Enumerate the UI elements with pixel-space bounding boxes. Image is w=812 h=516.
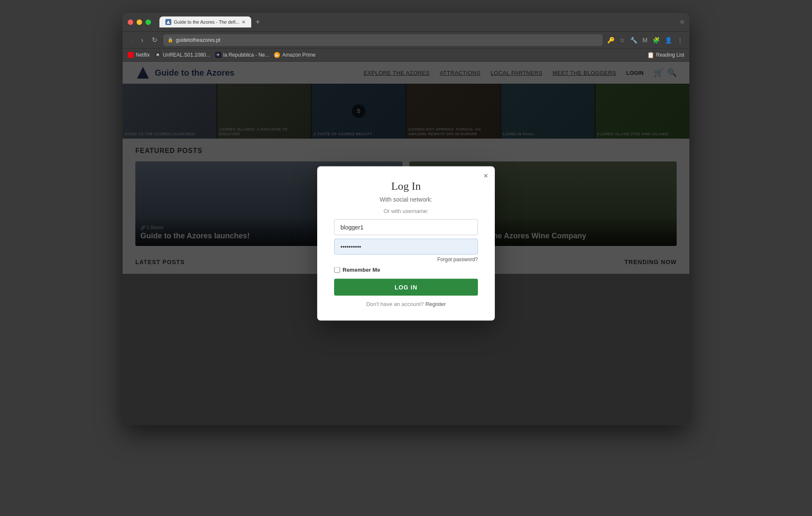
unreal-label: UnREAL.S01.1080... — [163, 52, 210, 58]
window-control-icon — [680, 20, 684, 24]
window-buttons — [128, 19, 151, 25]
remember-me-label: Remember Me — [343, 267, 380, 273]
forward-button[interactable]: › — [138, 35, 145, 46]
address-bar[interactable]: 🔒 guidetotheazores.pt — [163, 34, 603, 46]
tab-title: Guide to the Azores - The defi... — [174, 19, 239, 25]
tab-favicon — [165, 19, 171, 25]
lock-icon: 🔒 — [167, 37, 173, 43]
republic-label: la Repubblica - Ne... — [223, 52, 269, 58]
password-input[interactable] — [334, 239, 478, 255]
key-icon[interactable]: 🔑 — [606, 35, 616, 45]
modal-close-button[interactable]: × — [483, 172, 488, 180]
modal-social-label: With social network: — [334, 196, 478, 203]
bookmark-icon[interactable]: ☆ — [618, 35, 626, 45]
republic-favicon: R — [215, 52, 221, 58]
modal-title: Log In — [334, 180, 478, 193]
gmail-icon[interactable]: M — [641, 35, 649, 45]
profile-icon[interactable]: 👤 — [664, 35, 673, 45]
bookmark-republic[interactable]: R la Repubblica - Ne... — [215, 52, 269, 58]
forgot-password-link[interactable]: Forgot password? — [334, 257, 478, 262]
browser-window: Guide to the Azores - The defi... × + ‹ … — [123, 13, 689, 425]
amazon-label: Amazon Prime — [282, 52, 315, 58]
maximize-button[interactable] — [145, 19, 151, 25]
register-link[interactable]: Register — [425, 301, 446, 307]
reading-list-button[interactable]: 📋 Reading List — [647, 52, 684, 58]
puzzle-icon[interactable]: 🧩 — [651, 35, 661, 45]
remember-me-checkbox[interactable] — [334, 267, 340, 273]
svg-marker-0 — [167, 20, 170, 24]
amazon-favicon: ▶ — [274, 52, 280, 58]
back-button[interactable]: ‹ — [128, 35, 135, 46]
address-text: guidetotheazores.pt — [176, 37, 599, 43]
extensions-icon[interactable]: 🔧 — [629, 35, 639, 45]
menu-icon[interactable]: ⋮ — [676, 35, 684, 45]
modal-username-label: Or with username: — [334, 208, 478, 214]
new-tab-button[interactable]: + — [253, 18, 263, 27]
tab-bar: Guide to the Azores - The defi... × + — [159, 16, 677, 27]
username-input[interactable] — [334, 219, 478, 235]
minimize-button[interactable] — [137, 19, 142, 25]
nav-bar: ‹ › ↻ 🔒 guidetotheazores.pt 🔑 ☆ 🔧 M 🧩 👤 … — [123, 31, 689, 48]
title-bar: Guide to the Azores - The defi... × + — [123, 13, 689, 31]
bookmarks-bar: Netflix R UnREAL.S01.1080... R la Repubb… — [123, 48, 689, 62]
reading-list-label: Reading List — [656, 52, 684, 58]
close-button[interactable] — [128, 19, 133, 25]
nav-actions: 🔑 ☆ 🔧 M 🧩 👤 ⋮ — [606, 35, 684, 45]
tab-close-icon[interactable]: × — [242, 19, 245, 25]
bookmark-amazon[interactable]: ▶ Amazon Prime — [274, 52, 315, 58]
bookmark-netflix[interactable]: Netflix — [128, 52, 150, 58]
active-tab[interactable]: Guide to the Azores - The defi... × — [159, 16, 251, 27]
netflix-favicon — [128, 52, 134, 58]
website-content: Guide to the Azores EXPLORE THE AZORES A… — [123, 62, 689, 425]
refresh-button[interactable]: ↻ — [149, 34, 160, 46]
reading-list-icon: 📋 — [647, 52, 654, 58]
login-button[interactable]: LOG IN — [334, 279, 478, 296]
remember-me-row: Remember Me — [334, 267, 478, 273]
register-text: Don't have an account? — [366, 301, 424, 307]
unreal-favicon: R — [155, 52, 161, 58]
bookmark-unreal[interactable]: R UnREAL.S01.1080... — [155, 52, 210, 58]
register-row: Don't have an account? Register — [334, 301, 478, 307]
login-modal: × Log In With social network: Or with us… — [317, 167, 495, 321]
netflix-label: Netflix — [136, 52, 150, 58]
password-row — [334, 239, 478, 255]
